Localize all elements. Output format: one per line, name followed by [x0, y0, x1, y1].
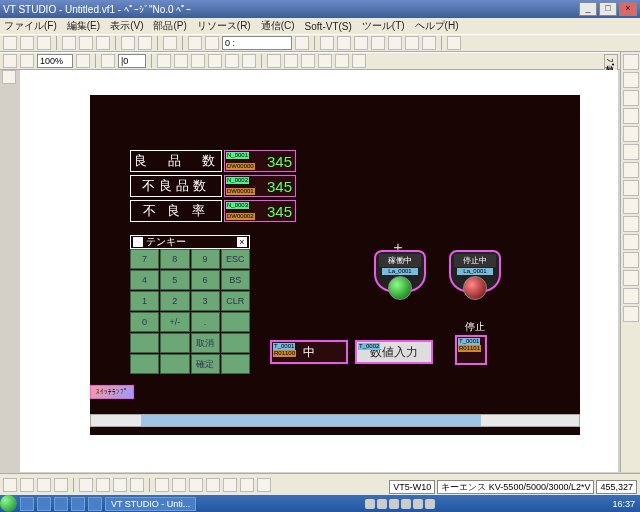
page-combo[interactable]: 0 :	[222, 36, 292, 50]
label-ng[interactable]: 不良品数	[130, 175, 222, 197]
tb-icon[interactable]	[335, 54, 349, 68]
bt-icon[interactable]	[54, 478, 68, 492]
rtool-icon[interactable]	[623, 126, 639, 142]
key-blank[interactable]	[130, 354, 159, 374]
rtool-icon[interactable]	[623, 144, 639, 160]
tb-open-icon[interactable]	[20, 36, 34, 50]
rtool-icon[interactable]	[623, 90, 639, 106]
task-icon[interactable]	[54, 497, 68, 511]
bt-icon[interactable]	[240, 478, 254, 492]
bt-icon[interactable]	[172, 478, 186, 492]
bt-icon[interactable]	[20, 478, 34, 492]
key-blank[interactable]	[221, 312, 250, 332]
value-good[interactable]: N_0001DW00000345	[224, 150, 296, 172]
tb-icon[interactable]	[447, 36, 461, 50]
bt-icon[interactable]	[96, 478, 110, 492]
value-rate[interactable]: N_0003DW00002345	[224, 200, 296, 222]
tb-save-icon[interactable]	[37, 36, 51, 50]
key-取消[interactable]: 取消	[191, 333, 220, 353]
tb-icon[interactable]	[284, 54, 298, 68]
key-9[interactable]: 9	[191, 249, 220, 269]
tb-icon[interactable]	[208, 54, 222, 68]
key-2[interactable]: 2	[160, 291, 189, 311]
bt-icon[interactable]	[79, 478, 93, 492]
tb-redo-icon[interactable]	[138, 36, 152, 50]
scrollbar-thumb[interactable]	[141, 415, 481, 426]
key-CLR[interactable]: CLR	[221, 291, 250, 311]
rtool-icon[interactable]	[623, 180, 639, 196]
tb-icon[interactable]	[174, 54, 188, 68]
key-6[interactable]: 6	[191, 270, 220, 290]
tray-icon[interactable]	[365, 499, 375, 509]
button-stop[interactable]: T_0001 R01101	[455, 335, 487, 365]
bt-icon[interactable]	[257, 478, 271, 492]
rtool-icon[interactable]	[623, 234, 639, 250]
menu-resource[interactable]: リソース(R)	[197, 19, 251, 33]
key-7[interactable]: 7	[130, 249, 159, 269]
tb-icon[interactable]	[388, 36, 402, 50]
tb-icon[interactable]	[354, 36, 368, 50]
key-blank[interactable]	[221, 333, 250, 353]
task-icon[interactable]	[37, 497, 51, 511]
tb-icon[interactable]	[405, 36, 419, 50]
tb-new-icon[interactable]	[3, 36, 17, 50]
bt-icon[interactable]	[155, 478, 169, 492]
tb-icon[interactable]	[422, 36, 436, 50]
tb-icon[interactable]	[242, 54, 256, 68]
key-blank[interactable]	[221, 354, 250, 374]
ltool-icon[interactable]	[2, 70, 16, 84]
checkbox-icon[interactable]	[133, 237, 143, 247]
task-item[interactable]: VT STUDIO - Unti...	[105, 497, 196, 511]
key-ESC[interactable]: ESC	[221, 249, 250, 269]
key-blank[interactable]	[130, 333, 159, 353]
tray-icon[interactable]	[425, 499, 435, 509]
bt-icon[interactable]	[3, 478, 17, 492]
key-0[interactable]: 0	[130, 312, 159, 332]
key-blank[interactable]	[160, 333, 189, 353]
rtool-icon[interactable]	[623, 162, 639, 178]
tb-zoom-icon[interactable]	[20, 54, 34, 68]
tb-icon[interactable]	[191, 54, 205, 68]
key-1[interactable]: 1	[130, 291, 159, 311]
tb-icon[interactable]	[76, 54, 90, 68]
tb-undo-icon[interactable]	[121, 36, 135, 50]
rtool-icon[interactable]	[623, 252, 639, 268]
rtool-icon[interactable]	[623, 216, 639, 232]
tray-icon[interactable]	[413, 499, 423, 509]
menu-softvt[interactable]: Soft-VT(S)	[305, 21, 352, 32]
bt-icon[interactable]	[130, 478, 144, 492]
tb-icon[interactable]	[205, 36, 219, 50]
tb-icon[interactable]	[295, 36, 309, 50]
menu-help[interactable]: ヘルプ(H)	[415, 19, 459, 33]
rtool-icon[interactable]	[623, 108, 639, 124]
task-icon[interactable]	[88, 497, 102, 511]
scrollbar-horizontal[interactable]	[90, 414, 580, 427]
key-8[interactable]: 8	[160, 249, 189, 269]
tb-icon[interactable]	[318, 54, 332, 68]
tray-icon[interactable]	[389, 499, 399, 509]
key-blank[interactable]	[160, 354, 189, 374]
tb-zoom-icon[interactable]	[3, 54, 17, 68]
key-3[interactable]: 3	[191, 291, 220, 311]
task-icon[interactable]	[20, 497, 34, 511]
tb-icon[interactable]	[267, 54, 281, 68]
tb-copy-icon[interactable]	[79, 36, 93, 50]
key-4[interactable]: 4	[130, 270, 159, 290]
close-icon[interactable]: ×	[237, 237, 247, 247]
rtool-icon[interactable]	[623, 306, 639, 322]
switch-lamp[interactable]: ｽｲｯﾁﾗﾝﾌﾟ	[90, 385, 134, 399]
start-orb-icon[interactable]	[0, 495, 17, 512]
lamp-stopped[interactable]: 停止中 La_0001	[445, 250, 505, 292]
tb-cut-icon[interactable]	[62, 36, 76, 50]
key-.[interactable]: .	[191, 312, 220, 332]
bt-icon[interactable]	[189, 478, 203, 492]
tb-icon[interactable]	[225, 54, 239, 68]
menu-tool[interactable]: ツール(T)	[362, 19, 405, 33]
task-icon[interactable]	[71, 497, 85, 511]
maximize-button[interactable]: □	[599, 2, 617, 16]
label-good[interactable]: 良 品 数	[130, 150, 222, 172]
bt-icon[interactable]	[206, 478, 220, 492]
button-1[interactable]: T_0001 R01100 中	[270, 340, 348, 364]
tb-icon[interactable]	[352, 54, 366, 68]
tb-icon[interactable]	[157, 54, 171, 68]
